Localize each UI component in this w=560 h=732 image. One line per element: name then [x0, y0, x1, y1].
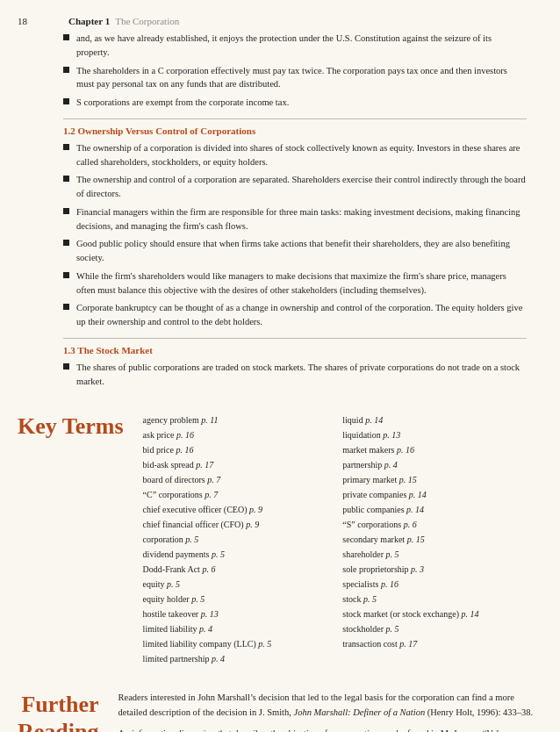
bullet-icon: [63, 304, 69, 310]
key-term-item: ask price p. 16: [143, 427, 343, 442]
key-term-item: dividend payments p. 5: [143, 547, 343, 562]
key-terms-label: Key Terms: [18, 413, 143, 666]
key-term-item: “C” corporations p. 7: [143, 487, 343, 502]
bullet-item: The shares of public corporations are tr…: [63, 361, 527, 389]
key-term-item: limited liability company (LLC) p. 5: [143, 636, 343, 651]
further-reading-para: An informative discussion that describes…: [118, 727, 542, 732]
bullet-text: Corporate bankruptcy can be thought of a…: [76, 301, 527, 329]
key-term-item: “S” corporations p. 6: [342, 517, 542, 532]
bullet-text: The ownership of a corporation is divide…: [76, 141, 527, 169]
further-reading-label: Further Reading: [18, 691, 118, 732]
intro-bullets: and, as we have already established, it …: [63, 32, 527, 110]
bullet-icon: [63, 208, 69, 214]
bullet-icon: [63, 363, 69, 370]
key-term-item: hostile takeover p. 13: [143, 606, 343, 621]
key-term-item: stockholder p. 5: [342, 621, 542, 636]
key-term-item: board of directors p. 7: [143, 472, 343, 487]
bullet-icon: [63, 240, 69, 246]
key-term-item: limited liability p. 4: [143, 621, 343, 636]
key-term-item: private companies p. 14: [342, 487, 542, 502]
bullet-text: Good public policy should ensure that wh…: [76, 237, 527, 265]
page: 18 Chapter 1 The Corporation and, as we …: [0, 0, 560, 732]
bullet-icon: [63, 144, 69, 150]
section-12-bullets: The ownership of a corporation is divide…: [63, 141, 527, 329]
key-terms-section: Key Terms agency problem p. 11ask price …: [0, 413, 560, 666]
section-13-heading: 1.3 The Stock Market: [63, 338, 527, 355]
bullet-text: The shares of public corporations are tr…: [76, 361, 527, 389]
key-term-item: agency problem p. 11: [143, 413, 343, 427]
bullet-item: Good public policy should ensure that wh…: [63, 237, 527, 265]
key-term-item: chief executive officer (CEO) p. 9: [143, 502, 343, 517]
page-number: 18: [18, 16, 42, 26]
bullet-text: The ownership and control of a corporati…: [76, 173, 527, 201]
main-content: and, as we have already established, it …: [0, 32, 560, 388]
bullet-item: The ownership and control of a corporati…: [63, 173, 527, 201]
bullet-text: Financial managers within the firm are r…: [76, 205, 527, 233]
key-terms-col-1: agency problem p. 11ask price p. 16bid p…: [143, 413, 343, 666]
chapter-subtitle: The Corporation: [115, 16, 179, 26]
key-term-item: transaction cost p. 17: [342, 636, 542, 651]
key-term-item: stock p. 5: [342, 592, 542, 606]
key-term-item: equity p. 5: [143, 577, 343, 592]
bullet-icon: [63, 272, 69, 278]
key-term-item: sole proprietorship p. 3: [342, 562, 542, 577]
key-term-item: partnership p. 4: [342, 457, 542, 472]
key-term-item: market makers p. 16: [342, 442, 542, 457]
key-term-item: secondary market p. 15: [342, 532, 542, 547]
key-term-item: limited partnership p. 4: [143, 651, 343, 666]
bullet-item: Financial managers within the firm are r…: [63, 205, 527, 233]
key-term-item: chief financial officer (CFO) p. 9: [143, 517, 343, 532]
chapter-label: Chapter 1: [68, 16, 110, 26]
key-term-item: specialists p. 16: [342, 577, 542, 592]
key-term-item: bid price p. 16: [143, 442, 343, 457]
bullet-item: Corporate bankruptcy can be thought of a…: [63, 301, 527, 329]
key-term-item: stock market (or stock exchange) p. 14: [342, 606, 542, 621]
section-13-bullets: The shares of public corporations are tr…: [63, 361, 527, 389]
key-terms-col-2: liquid p. 14liquidation p. 13market make…: [342, 413, 542, 666]
bullet-item: The shareholders in a C corporation effe…: [63, 64, 527, 92]
further-reading-para: Readers interested in John Marshall’s de…: [118, 691, 542, 720]
key-term-item: primary market p. 15: [342, 472, 542, 487]
key-term-item: corporation p. 5: [143, 532, 343, 547]
bullet-icon: [63, 98, 69, 104]
bullet-text: While the firm's shareholders would like…: [76, 269, 527, 298]
bullet-icon: [63, 176, 69, 182]
bullet-text: The shareholders in a C corporation effe…: [76, 64, 527, 92]
bullet-item: and, as we have already established, it …: [63, 32, 527, 60]
key-term-item: public companies p. 14: [342, 502, 542, 517]
bullet-icon: [63, 67, 69, 73]
section-12-heading: 1.2 Ownership Versus Control of Corporat…: [63, 118, 527, 136]
key-term-item: bid-ask spread p. 17: [143, 457, 343, 472]
key-term-item: equity holder p. 5: [143, 592, 343, 606]
key-term-item: shareholder p. 5: [342, 547, 542, 562]
further-reading-section: Further Reading Readers interested in Jo…: [0, 691, 560, 732]
bullet-item: The ownership of a corporation is divide…: [63, 141, 527, 169]
bullet-item: While the firm's shareholders would like…: [63, 269, 527, 298]
further-reading-content: Readers interested in John Marshall’s de…: [118, 691, 542, 732]
key-term-item: liquidation p. 13: [342, 427, 542, 442]
key-term-item: Dodd-Frank Act p. 6: [143, 562, 343, 577]
key-term-item: liquid p. 14: [342, 413, 542, 427]
bullet-item: S corporations are exempt from the corpo…: [63, 96, 527, 110]
bullet-text: S corporations are exempt from the corpo…: [76, 96, 527, 110]
key-terms-content: agency problem p. 11ask price p. 16bid p…: [143, 413, 542, 666]
bullet-text: and, as we have already established, it …: [76, 32, 527, 60]
page-header: 18 Chapter 1 The Corporation: [0, 16, 560, 32]
bullet-icon: [63, 34, 69, 40]
